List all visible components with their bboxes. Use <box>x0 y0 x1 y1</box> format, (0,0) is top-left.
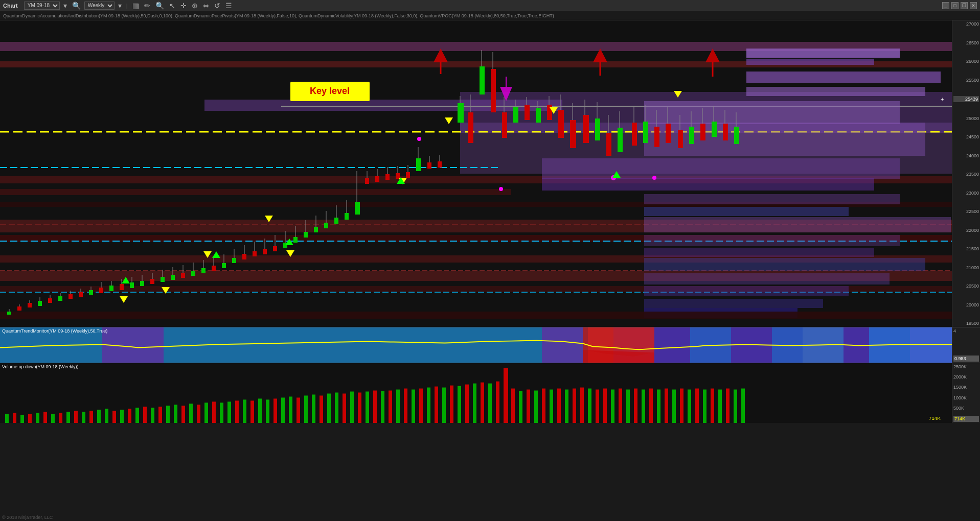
vol-scale-714k: 714K <box>953 416 979 422</box>
menu-icon[interactable]: ☰ <box>224 2 234 10</box>
crosshair-icon[interactable]: ✛ <box>179 2 188 10</box>
svg-rect-316 <box>734 390 737 423</box>
svg-rect-281 <box>465 385 469 423</box>
svg-rect-149 <box>583 115 589 143</box>
svg-rect-55 <box>79 292 83 297</box>
svg-rect-29 <box>644 194 900 204</box>
svg-rect-275 <box>419 389 423 423</box>
close-button[interactable]: ✕ <box>970 2 977 9</box>
svg-rect-24 <box>746 87 925 96</box>
bar-chart-icon[interactable]: ▦ <box>131 2 141 10</box>
svg-rect-294 <box>565 390 568 423</box>
svg-rect-99 <box>304 232 308 238</box>
svg-rect-109 <box>355 202 360 215</box>
svg-rect-119 <box>406 172 410 178</box>
maximize-button[interactable]: □ <box>951 2 959 9</box>
svg-rect-139 <box>525 105 530 120</box>
vol-scale-500k: 500K <box>953 406 979 411</box>
svg-rect-75 <box>181 273 185 278</box>
svg-rect-21 <box>746 49 900 58</box>
svg-rect-244 <box>181 406 185 423</box>
search-icon[interactable]: 🔍 <box>71 2 82 10</box>
svg-rect-265 <box>343 393 346 423</box>
svg-rect-233 <box>97 410 101 423</box>
svg-rect-291 <box>542 389 545 423</box>
svg-rect-292 <box>550 390 553 423</box>
crosshair2-icon[interactable]: ⊕ <box>190 2 199 10</box>
svg-rect-30 <box>644 207 849 216</box>
svg-rect-97 <box>293 237 298 243</box>
svg-rect-280 <box>458 386 461 423</box>
svg-rect-31 <box>644 217 951 232</box>
price-24000: 24000 <box>953 153 979 158</box>
minimize-button[interactable]: _ <box>942 2 949 9</box>
svg-point-193 <box>417 137 421 141</box>
svg-rect-302 <box>626 390 630 423</box>
svg-rect-236 <box>120 410 124 423</box>
svg-rect-57 <box>89 290 93 295</box>
svg-rect-43 <box>17 306 21 311</box>
svg-rect-253 <box>250 400 254 423</box>
svg-rect-135 <box>502 112 507 138</box>
svg-rect-249 <box>220 402 223 423</box>
svg-rect-61 <box>109 286 113 291</box>
svg-rect-288 <box>519 391 522 423</box>
svg-rect-125 <box>438 161 442 168</box>
pointer-icon[interactable]: ↖ <box>168 2 177 10</box>
pencil-icon[interactable]: ✏ <box>143 2 152 10</box>
svg-text:714K: 714K <box>929 415 941 421</box>
svg-rect-26 <box>644 123 925 156</box>
svg-rect-105 <box>334 218 338 224</box>
svg-rect-63 <box>120 284 124 290</box>
svg-rect-263 <box>327 393 331 423</box>
vol-scale-2000k: 2000K <box>953 374 979 380</box>
svg-rect-91 <box>263 249 267 254</box>
svg-rect-264 <box>335 393 338 423</box>
svg-rect-268 <box>366 392 369 423</box>
svg-rect-317 <box>741 389 745 423</box>
svg-rect-289 <box>527 390 530 423</box>
svg-rect-276 <box>427 388 430 423</box>
svg-rect-93 <box>273 246 277 251</box>
svg-rect-304 <box>642 390 645 423</box>
svg-rect-230 <box>74 411 78 423</box>
svg-rect-267 <box>358 393 361 423</box>
price-current: 25439 <box>953 96 979 102</box>
cycle-icon[interactable]: ↺ <box>213 2 222 10</box>
trend-svg <box>0 327 952 363</box>
svg-rect-107 <box>345 213 349 220</box>
svg-text:+: + <box>941 96 944 102</box>
svg-rect-155 <box>618 128 623 152</box>
svg-rect-113 <box>375 176 379 182</box>
svg-rect-163 <box>666 124 671 143</box>
timeframe-select[interactable]: Weekly <box>84 2 115 10</box>
volume-scale: 2500K 2000K 1500K 1000K 500K 714K <box>952 363 980 423</box>
svg-rect-311 <box>695 389 699 423</box>
restore-button[interactable]: ❐ <box>961 2 968 9</box>
svg-rect-111 <box>365 178 369 184</box>
svg-rect-175 <box>734 127 739 144</box>
svg-rect-224 <box>28 414 32 423</box>
dropdown-icon[interactable]: ▾ <box>62 2 69 10</box>
magnifier-icon[interactable]: 🔍 <box>154 2 166 10</box>
svg-rect-312 <box>703 390 706 423</box>
svg-rect-32 <box>644 235 900 246</box>
svg-rect-299 <box>603 389 607 423</box>
svg-rect-161 <box>654 127 659 147</box>
volume-panel-title: Volume up down(YM 09-18 (Weekly)) <box>2 364 78 369</box>
price-26000: 26000 <box>953 59 979 64</box>
vol-scale-1500k: 1500K <box>953 385 979 390</box>
main-chart[interactable]: Key level + 27000 26500 26000 25500 2543… <box>0 20 980 327</box>
dropdown2-icon[interactable]: ▾ <box>117 2 123 10</box>
svg-rect-303 <box>634 389 637 423</box>
instrument-select[interactable]: YM 09-18 <box>24 2 60 10</box>
svg-rect-269 <box>373 391 377 423</box>
svg-rect-283 <box>481 383 484 423</box>
svg-rect-36 <box>644 286 849 296</box>
svg-rect-33 <box>644 248 874 257</box>
measure-icon[interactable]: ⇔ <box>201 2 211 10</box>
svg-rect-34 <box>644 258 925 271</box>
svg-rect-235 <box>112 411 116 423</box>
svg-rect-234 <box>105 409 108 423</box>
footer-text: © 2018 NinjaTrader, LLC <box>2 515 53 520</box>
